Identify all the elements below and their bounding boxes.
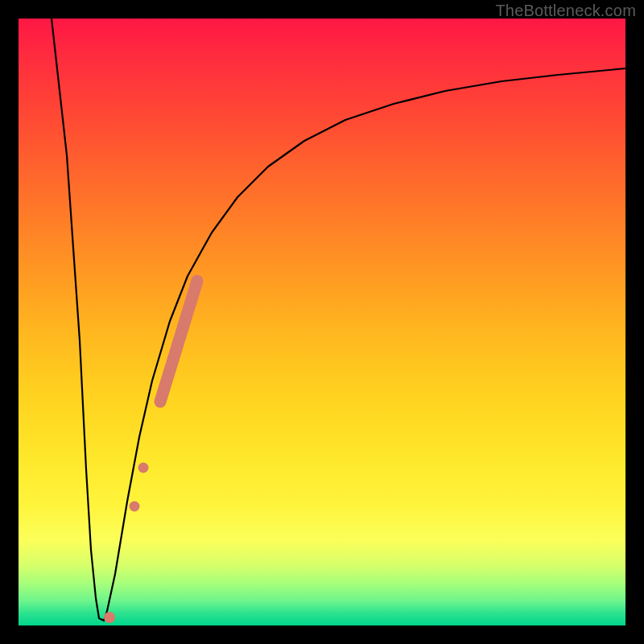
marker-dot-middle [130, 502, 140, 512]
watermark-text: TheBottleneck.com [495, 2, 636, 20]
marker-dot-upper [138, 463, 149, 473]
marker-dot-bottom [104, 612, 115, 623]
chart-frame: TheBottleneck.com [0, 0, 644, 644]
plot-area [19, 19, 625, 625]
bottleneck-curve [52, 19, 625, 621]
curve-layer [19, 19, 625, 625]
